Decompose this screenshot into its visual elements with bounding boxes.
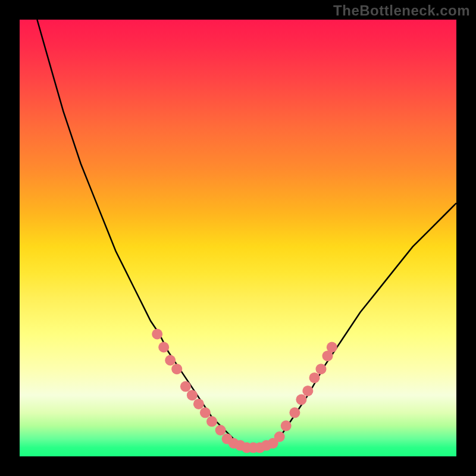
data-dot: [289, 408, 300, 418]
data-dot: [165, 355, 176, 366]
data-dot: [274, 431, 285, 442]
data-dot: [187, 390, 198, 400]
plot-area: [20, 20, 456, 456]
data-dot: [296, 394, 306, 405]
watermark-text: TheBottleneck.com: [333, 2, 470, 19]
data-dot: [316, 364, 327, 374]
data-dot: [200, 408, 211, 418]
data-dot: [171, 364, 182, 374]
data-dot: [206, 416, 217, 427]
chart-frame: TheBottleneck.com: [0, 0, 476, 476]
data-dot: [215, 425, 226, 436]
curve-overlay: [20, 20, 456, 456]
data-dot: [180, 381, 191, 392]
bottleneck-curve: [37, 20, 456, 447]
data-dots: [152, 329, 337, 453]
data-dot: [152, 329, 162, 340]
data-dot: [193, 399, 204, 409]
data-dot: [302, 386, 313, 396]
data-dot: [281, 421, 292, 431]
data-dot: [158, 342, 169, 353]
data-dot: [327, 342, 337, 353]
data-dot: [309, 372, 320, 383]
